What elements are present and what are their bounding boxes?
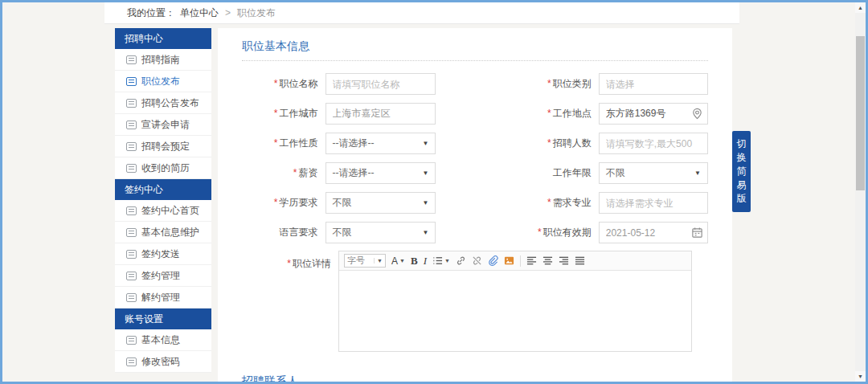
sidebar-item-terminate-manage[interactable]: 解约管理 <box>115 287 211 308</box>
align-center-button[interactable] <box>542 255 553 266</box>
education-select[interactable]: 不限▼ <box>326 192 436 214</box>
job-nature-select[interactable]: --请选择--▼ <box>326 133 436 154</box>
scrollbar[interactable]: ▲ ▼ <box>855 2 866 382</box>
sidebar-item-label: 修改密码 <box>141 355 180 369</box>
job-valid-date-field <box>599 222 708 243</box>
section-divider <box>242 60 708 61</box>
ordered-list-button[interactable]: ▼ <box>432 255 450 266</box>
work-city-label: *工作城市 <box>242 107 326 121</box>
sidebar-item-recruit-announcement[interactable]: 招聘公告发布 <box>115 92 211 114</box>
editor-toolbar: 字号▼A▼BI▼ <box>339 251 691 271</box>
job-title-field <box>326 73 436 95</box>
sidebar-section-title: 账号设置 <box>115 308 211 329</box>
align-left-button[interactable] <box>526 255 537 266</box>
required-major-input[interactable] <box>599 192 708 214</box>
font-size-select[interactable]: 字号▼ <box>344 254 386 268</box>
sidebar-item-info-session-apply[interactable]: 宣讲会申请 <box>115 114 211 136</box>
sidebar-section-title: 招聘中心 <box>115 28 211 49</box>
unlink-button[interactable] <box>472 255 482 266</box>
attachment-icon <box>488 255 498 266</box>
link-icon <box>456 255 466 266</box>
sidebar-item-recruit-guide[interactable]: 招聘指南 <box>115 49 211 71</box>
align-justify-button[interactable] <box>575 255 585 266</box>
align-right-button[interactable] <box>559 255 569 266</box>
work-years-field: 不限▼ <box>599 162 708 184</box>
document-icon <box>126 77 137 86</box>
document-icon <box>126 357 137 366</box>
work-years-select[interactable]: 不限▼ <box>599 162 708 184</box>
job-title-input[interactable] <box>326 73 436 95</box>
job-category-input[interactable] <box>599 73 708 95</box>
work-years-label: 工作年限 <box>515 166 599 180</box>
italic-button[interactable]: I <box>424 255 427 266</box>
job-valid-date-label: *职位有效期 <box>515 226 599 239</box>
section-title-contact: 招聘联系人 <box>242 374 708 384</box>
field-label-text: 学历要求 <box>280 197 318 208</box>
headcount-input[interactable] <box>599 133 708 154</box>
salary-field: --请选择--▼ <box>326 162 436 184</box>
sidebar-item-received-resumes[interactable]: 收到的简历 <box>115 157 211 179</box>
required-asterisk: * <box>547 108 551 119</box>
link-button[interactable] <box>456 255 466 266</box>
field-label-text: 职位详情 <box>293 258 331 269</box>
sidebar-item-sign-center-home[interactable]: 签约中心首页 <box>115 200 211 222</box>
sidebar-item-basic-info-maintain[interactable]: 基本信息维护 <box>115 222 211 243</box>
form-row: *学历要求不限▼*需求专业 <box>242 188 708 218</box>
work-city-input[interactable] <box>326 103 436 125</box>
work-address-field <box>599 103 708 125</box>
field-label-text: 职位类别 <box>553 78 592 89</box>
breadcrumb-prefix: 我的位置： <box>127 6 175 20</box>
breadcrumb: 我的位置： 单位中心 > 职位发布 <box>104 2 739 24</box>
document-icon <box>126 142 137 151</box>
required-asterisk: * <box>274 137 278 149</box>
breadcrumb-separator: > <box>225 7 231 18</box>
image-icon <box>504 255 514 266</box>
required-asterisk: * <box>287 258 291 269</box>
required-major-label: *需求专业 <box>515 196 599 210</box>
scrollbar-thumb[interactable] <box>856 36 865 190</box>
document-icon <box>126 206 137 215</box>
sidebar-item-change-password[interactable]: 修改密码 <box>115 351 211 373</box>
sidebar-item-job-fair-booking[interactable]: 招聘会预定 <box>115 136 211 157</box>
form-row: *工作城市*工作地点 <box>242 99 708 129</box>
sidebar-item-sign-manage[interactable]: 签约管理 <box>115 265 211 287</box>
field-label-text: 薪资 <box>299 167 318 178</box>
required-asterisk: * <box>547 78 551 89</box>
switch-simple-version-char: 简 <box>732 165 751 178</box>
language-select[interactable]: 不限▼ <box>326 222 436 243</box>
bold-button[interactable]: B <box>411 255 418 266</box>
sidebar-item-label: 基本信息维护 <box>141 226 199 239</box>
font-color-button[interactable]: A▼ <box>391 256 405 266</box>
unlink-icon <box>472 255 482 266</box>
sidebar-item-sign-send[interactable]: 签约发送 <box>115 243 211 265</box>
sidebar-item-label: 宣讲会申请 <box>141 118 190 132</box>
education-field: 不限▼ <box>326 192 436 214</box>
scroll-up-arrow[interactable]: ▲ <box>855 2 866 13</box>
chevron-down-icon: ▼ <box>423 199 429 206</box>
sidebar-item-label: 基本信息 <box>141 333 180 347</box>
breadcrumb-unit-center[interactable]: 单位中心 <box>180 6 219 20</box>
sidebar-item-job-publish[interactable]: 职位发布 <box>115 71 211 92</box>
switch-simple-version-char: 版 <box>732 192 751 206</box>
switch-simple-version-button[interactable]: 切换简易版 <box>732 131 751 212</box>
image-button[interactable] <box>504 255 514 266</box>
attachment-button[interactable] <box>488 255 498 266</box>
selected-value: 不限 <box>606 166 625 180</box>
switch-simple-version-char: 切 <box>732 137 751 151</box>
field-label-text: 工作年限 <box>553 167 592 178</box>
sidebar-item-account-basic-info[interactable]: 基本信息 <box>115 329 211 351</box>
scroll-down-arrow[interactable]: ▼ <box>855 371 866 382</box>
editor-content[interactable] <box>339 271 691 351</box>
salary-select[interactable]: --请选择--▼ <box>326 162 436 184</box>
required-major-field <box>599 192 708 214</box>
selected-value: 不限 <box>333 196 352 210</box>
language-label: 语言要求 <box>242 226 326 239</box>
field-label-text: 招聘人数 <box>553 137 592 149</box>
field-label-text: 职位名称 <box>280 78 318 89</box>
sidebar-item-label: 招聘公告发布 <box>141 96 199 110</box>
job-category-field <box>599 73 708 95</box>
calendar-icon[interactable] <box>691 227 703 239</box>
document-icon <box>126 250 137 259</box>
field-label-text: 工作城市 <box>280 108 318 119</box>
location-icon[interactable] <box>691 108 703 120</box>
